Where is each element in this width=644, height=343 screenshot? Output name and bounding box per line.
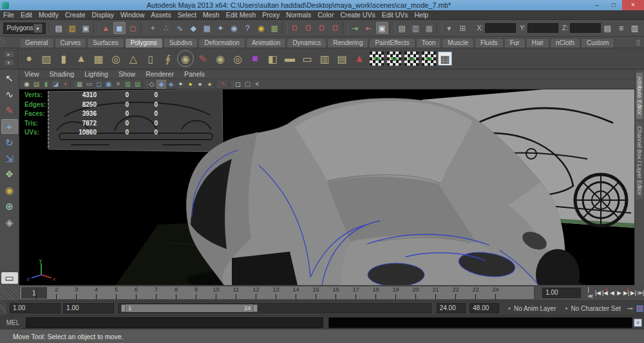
selection-mode-dropdown[interactable]: Polygons ▾ — [3, 23, 45, 34]
shelf-tab[interactable]: Muscle — [442, 38, 474, 48]
menu-item[interactable]: Color — [314, 11, 337, 19]
poly-split-icon[interactable]: ▤ — [334, 50, 350, 67]
step-forward-frame-button[interactable]: ▶| — [630, 288, 636, 298]
poly-sphere-icon[interactable]: ● — [21, 50, 37, 67]
image-plane-icon[interactable]: ◪ — [51, 80, 61, 89]
trash-icon[interactable]: ▯ — [636, 38, 640, 46]
range-end-handle[interactable] — [253, 304, 258, 312]
frame-cell[interactable]: 18 — [366, 286, 386, 299]
poly-torus-icon[interactable]: ◎ — [108, 50, 124, 67]
menu-item[interactable]: Window — [117, 11, 147, 19]
frame-cell[interactable]: 10 — [206, 286, 226, 299]
scale-tool[interactable]: ⇲ — [1, 151, 18, 166]
range-start-handle[interactable] — [121, 304, 126, 312]
menu-item[interactable]: Select — [175, 11, 200, 19]
poly-soccer-ball-icon[interactable]: ◉ — [177, 50, 194, 67]
last-tool[interactable]: ◈ — [1, 215, 18, 230]
gate-mask-icon[interactable]: ▣ — [104, 80, 113, 89]
poly-mirror-icon[interactable]: ◧ — [264, 50, 281, 67]
shelf-tab[interactable]: Rendering — [327, 38, 368, 48]
xray-active-icon[interactable]: ▢ — [243, 80, 252, 89]
uv-texture-editor-icon[interactable]: ▦ — [438, 51, 452, 66]
shelf-tab[interactable]: Custom — [581, 38, 614, 48]
frame-cell[interactable]: 14 — [286, 286, 306, 299]
render-settings-icon[interactable]: ▦ — [423, 22, 435, 34]
step-back-frame-button[interactable]: |◀ — [594, 288, 601, 298]
uv-cylindrical-mapping-icon[interactable]: ↪ — [387, 51, 401, 66]
playback-end-field[interactable]: 24.00 — [437, 303, 466, 313]
go-to-end-button[interactable]: ≫| — [637, 288, 643, 298]
shelf-tab[interactable]: Hair — [526, 38, 549, 48]
field-entry-mode-icon[interactable]: ⊞ — [457, 22, 469, 34]
menu-item[interactable]: Modify — [35, 11, 62, 19]
poly-pyramid-icon[interactable]: △ — [125, 50, 142, 67]
lock-selection-icon[interactable]: ◉ — [255, 22, 267, 34]
menu-item[interactable]: Edit Mesh — [223, 11, 260, 19]
mel-label[interactable]: MEL — [0, 319, 26, 326]
construction-history-icon[interactable]: ▣ — [376, 22, 388, 34]
minimize-button[interactable]: – — [589, 0, 605, 10]
default-light-icon[interactable]: ● — [185, 80, 195, 89]
shelf-tab[interactable]: nCloth — [550, 38, 580, 48]
frame-cell[interactable]: 1 — [26, 286, 46, 299]
auto-keyframe-icon[interactable]: ● — [636, 304, 644, 313]
shelf-tab[interactable]: Dynamics — [287, 38, 327, 48]
shelf-tab[interactable]: Deformation — [198, 38, 245, 48]
show-manipulator-tool[interactable]: ⊕ — [1, 199, 18, 214]
frame-cell[interactable]: 23 — [466, 286, 486, 299]
safe-action-icon[interactable]: ▥ — [123, 80, 133, 89]
uv-spherical-mapping-icon[interactable]: ↪ — [404, 51, 419, 66]
shelf-menu-icon[interactable]: ▸ — [4, 51, 14, 58]
snap-curve-icon[interactable]: Ω — [302, 22, 314, 34]
lasso-select-tool[interactable]: ∿ — [1, 88, 18, 102]
x-input[interactable] — [485, 23, 516, 33]
shelf-tab[interactable]: Toon — [416, 38, 442, 48]
anim-layer-dropdown[interactable]: ▾ No Anim Layer — [508, 305, 556, 312]
chevron-down-icon[interactable]: ▾ — [33, 24, 43, 33]
no-lights-icon[interactable]: ● — [195, 80, 205, 89]
snap-grid-icon[interactable]: Ω — [289, 22, 301, 34]
current-time-field[interactable]: 1.00 — [542, 288, 581, 298]
play-backwards-button[interactable]: ◀ — [609, 288, 615, 298]
menu-item[interactable]: Proxy — [259, 11, 283, 19]
set-key-icon[interactable]: ⊸ — [627, 304, 633, 313]
camera-attributes-icon[interactable]: ▤ — [32, 80, 41, 89]
select-camera-icon[interactable]: ◉ — [22, 80, 32, 89]
shaded-mode-icon[interactable]: ◆ — [156, 80, 166, 89]
snap-view-plane-icon[interactable]: Ω — [329, 22, 341, 34]
step-back-key-button[interactable]: |◀ — [601, 288, 608, 298]
range-slider-grip[interactable] — [0, 301, 6, 315]
frame-cell[interactable]: 24 — [486, 286, 506, 299]
panel-menu-item[interactable]: Panels — [179, 70, 210, 78]
shelf-tab-grip[interactable] — [0, 37, 5, 48]
toggle-attribute-editor-icon[interactable]: ▤ — [601, 22, 614, 34]
poly-cylinder-icon[interactable]: ▮ — [55, 50, 72, 67]
frame-cell[interactable]: 3 — [66, 286, 86, 299]
frame-cell[interactable]: 20 — [406, 286, 426, 299]
menu-item[interactable]: Help — [412, 11, 432, 19]
frame-cell[interactable]: 12 — [246, 286, 266, 299]
panel-menu-item[interactable]: Shading — [44, 70, 80, 78]
poly-plane-icon[interactable]: ▦ — [90, 50, 107, 67]
frame-cell[interactable]: 6 — [126, 286, 146, 299]
move-tool[interactable]: + — [1, 119, 18, 134]
uv-automatic-mapping-icon[interactable]: ↪ — [422, 51, 436, 66]
frame-cell[interactable]: 8 — [166, 286, 186, 299]
render-current-frame-icon[interactable]: ▤ — [396, 22, 408, 34]
character-set-dropdown[interactable]: ▾ No Character Set — [565, 305, 621, 312]
status-line-grip[interactable] — [0, 20, 1, 36]
menu-item[interactable]: Create — [62, 11, 89, 19]
frame-cell[interactable]: 13 — [266, 286, 286, 299]
isolate-select-icon[interactable]: ↖ — [219, 80, 229, 89]
menu-item[interactable]: Display — [88, 11, 117, 19]
animation-end-field[interactable]: 48.00 — [469, 303, 499, 313]
ipr-render-icon[interactable]: ▥ — [410, 22, 422, 34]
bookmark-icon[interactable]: ▮ — [41, 80, 51, 89]
menu-item[interactable]: Create UVs — [337, 11, 378, 19]
resolution-gate-icon[interactable]: ◻ — [94, 80, 104, 89]
mask-handles-icon[interactable]: + — [147, 22, 159, 34]
poly-cone-icon[interactable]: ▲ — [73, 50, 90, 67]
frame-cell[interactable]: 4 — [86, 286, 106, 299]
select-hierarchy-icon[interactable]: ▲ — [100, 22, 112, 34]
two-d-pan-zoom-icon[interactable]: + — [61, 80, 70, 89]
